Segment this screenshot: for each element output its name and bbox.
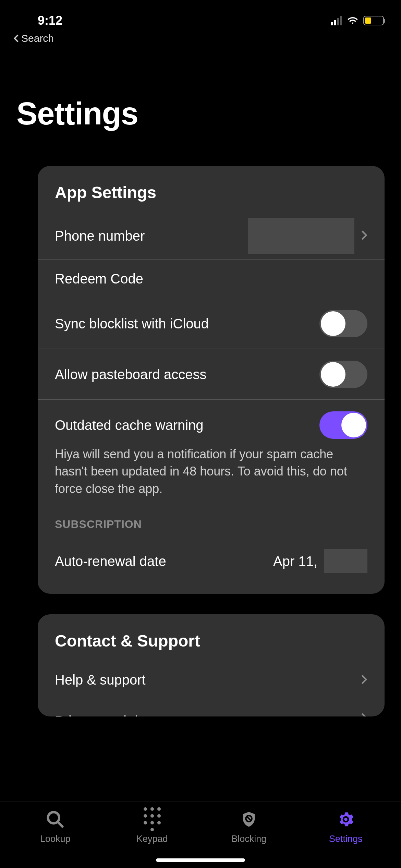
chevron-right-icon (361, 674, 367, 686)
contact-support-card: Contact & Support Help & support Privacy… (38, 614, 385, 716)
auto-renewal-value: Apr 11, (273, 554, 317, 569)
tab-keypad[interactable]: Keypad (118, 809, 186, 844)
privacy-data-label: Privacy and data (55, 713, 157, 716)
pasteboard-label: Allow pasteboard access (55, 367, 206, 382)
subscription-header: SUBSCRIPTION (38, 504, 385, 538)
phone-number-value-redacted (248, 218, 354, 254)
status-icons (331, 15, 384, 26)
tab-lookup-label: Lookup (40, 834, 71, 844)
app-settings-title: App Settings (38, 183, 385, 212)
tab-bar: Lookup Keypad Blocking (0, 801, 401, 868)
redeem-code-row[interactable]: Redeem Code (38, 260, 385, 298)
tab-settings[interactable]: Settings (312, 809, 380, 844)
svg-line-1 (58, 822, 62, 827)
home-indicator[interactable] (156, 858, 245, 862)
tab-keypad-label: Keypad (136, 834, 168, 844)
help-support-row[interactable]: Help & support (38, 661, 385, 699)
sync-blocklist-row: Sync blocklist with iCloud (38, 298, 385, 349)
auto-renewal-label: Auto-renewal date (55, 554, 166, 569)
chevron-right-icon (361, 230, 367, 242)
redeem-code-label: Redeem Code (55, 271, 143, 287)
tab-blocking-label: Blocking (231, 834, 266, 844)
back-to-search-button[interactable]: Search (0, 31, 401, 44)
auto-renewal-year-redacted (324, 549, 367, 573)
page-title: Settings (0, 44, 401, 132)
sync-blocklist-toggle[interactable] (319, 310, 367, 337)
chevron-right-icon (361, 713, 367, 716)
tab-blocking[interactable]: Blocking (215, 809, 283, 844)
tab-settings-label: Settings (329, 834, 363, 844)
pasteboard-toggle[interactable] (319, 361, 367, 388)
cache-warning-row: Outdated cache warning (38, 400, 385, 446)
keypad-icon (142, 809, 162, 830)
battery-icon (363, 16, 384, 25)
gear-icon (336, 809, 356, 830)
back-label: Search (21, 33, 54, 44)
shield-icon (239, 809, 259, 830)
cellular-signal-icon (331, 16, 342, 25)
wifi-icon (346, 15, 359, 26)
status-time: 9:12 (38, 13, 62, 28)
cache-warning-label: Outdated cache warning (55, 418, 204, 433)
status-bar: 9:12 (0, 0, 401, 31)
phone-number-row[interactable]: Phone number (38, 212, 385, 260)
pasteboard-row: Allow pasteboard access (38, 349, 385, 400)
sync-blocklist-label: Sync blocklist with iCloud (55, 316, 209, 331)
tab-lookup[interactable]: Lookup (21, 809, 89, 844)
auto-renewal-row: Auto-renewal date Apr 11, (38, 538, 385, 577)
cache-warning-toggle[interactable] (319, 411, 367, 439)
search-icon (45, 809, 65, 830)
help-support-label: Help & support (55, 672, 146, 688)
phone-number-label: Phone number (55, 228, 145, 244)
privacy-data-row[interactable]: Privacy and data (38, 699, 385, 716)
contact-support-title: Contact & Support (38, 631, 385, 661)
app-settings-card: App Settings Phone number Redeem Code Sy… (38, 166, 385, 594)
cache-warning-description: Hiya will send you a notification if you… (38, 446, 385, 504)
